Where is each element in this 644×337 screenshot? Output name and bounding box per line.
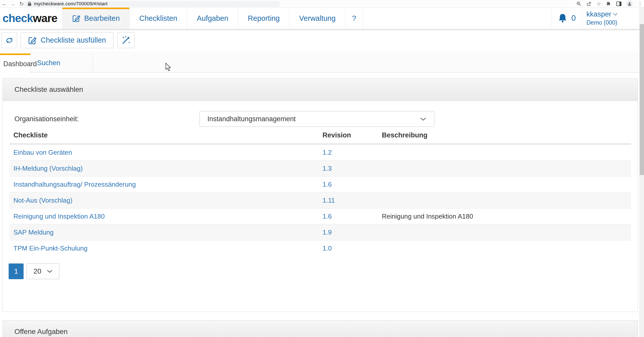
notification-count: 0 xyxy=(571,14,576,23)
refresh-button[interactable] xyxy=(1,32,17,48)
table-row: TPM Ein-Punkt-Schulung 1.0 xyxy=(9,240,631,256)
nav-item-label: ? xyxy=(352,14,356,23)
pagination: 1 20 xyxy=(9,263,59,279)
nav-item-aufgaben[interactable]: Aufgaben xyxy=(187,8,238,29)
logo-part-check: check xyxy=(3,12,33,25)
panel-title: Offene Aufgaben xyxy=(14,328,68,336)
org-unit-select[interactable]: Instandhaltungsmanagement xyxy=(200,111,434,127)
column-header-revision: Revision xyxy=(318,131,378,139)
nav-item-reporting[interactable]: Reporting xyxy=(238,8,289,29)
wizard-button[interactable] xyxy=(117,32,135,48)
nav-item-help[interactable]: ? xyxy=(345,8,363,29)
checklist-link[interactable]: Einbau von Geräten xyxy=(9,149,318,156)
bookmark-star-icon[interactable]: ☆ xyxy=(597,1,601,7)
tab-suchen[interactable]: Suchen xyxy=(31,54,93,73)
browser-bar: ← → ↻ mycheckware.com/700009/#/start ☆ xyxy=(0,0,644,8)
page-size-value: 20 xyxy=(33,267,41,275)
bell-icon xyxy=(558,13,567,23)
description-value: Reinigung und Inspektion A180 xyxy=(378,212,631,220)
action-toolbar: Checkliste ausfüllen xyxy=(0,29,644,51)
revision-value[interactable]: 1.11 xyxy=(318,197,378,204)
column-header-description: Beschreibung xyxy=(378,131,631,139)
zoom-icon[interactable] xyxy=(576,1,581,6)
chevron-down-icon xyxy=(47,270,52,273)
browser-back-icon[interactable]: ← xyxy=(0,0,9,8)
revision-value[interactable]: 1.6 xyxy=(318,181,378,188)
app-root: ← → ↻ mycheckware.com/700009/#/start ☆ xyxy=(0,0,644,337)
table-row: Not-Aus (Vorschlag) 1.11 xyxy=(9,192,631,208)
app-nav-bar: checkware Bearbeiten Checklisten Aufgabe… xyxy=(0,8,644,29)
page-button-1[interactable]: 1 xyxy=(9,263,24,279)
url-text: mycheckware.com/700009/#/start xyxy=(34,1,108,7)
fill-checklist-label: Checkliste ausfüllen xyxy=(41,36,106,44)
table-row: Instandhaltungsauftrag/ Prozessänderung … xyxy=(9,176,631,192)
checklist-link[interactable]: IH-Meldung (Vorschlag) xyxy=(9,165,318,172)
org-unit-row: Organisationseinheit: Instandhaltungsman… xyxy=(3,111,638,127)
nav-item-label: Reporting xyxy=(248,14,280,23)
page-size-select[interactable]: 20 xyxy=(27,263,59,279)
chevron-down-icon xyxy=(420,117,426,121)
nav-item-checklisten[interactable]: Checklisten xyxy=(129,8,187,29)
vertical-scrollbar[interactable] xyxy=(639,8,644,337)
checklist-table: Checkliste Revision Beschreibung Einbau … xyxy=(9,127,631,256)
tab-label: Suchen xyxy=(37,59,60,67)
revision-value[interactable]: 1.3 xyxy=(318,165,378,172)
browser-forward-icon[interactable]: → xyxy=(9,0,17,8)
revision-value[interactable]: 1.2 xyxy=(318,149,378,156)
checklist-link[interactable]: TPM Ein-Punkt-Schulung xyxy=(9,244,318,252)
table-header: Checkliste Revision Beschreibung xyxy=(9,127,631,144)
nav-item-bearbeiten[interactable]: Bearbeiten xyxy=(62,8,129,29)
panel-title: Checkliste auswählen xyxy=(14,85,83,94)
edit-pencil-icon xyxy=(28,36,37,45)
page-tab-strip: Dashboard Suchen xyxy=(0,51,644,73)
panel-header: Offene Aufgaben xyxy=(3,321,638,337)
nav-item-label: Checklisten xyxy=(139,14,177,23)
checklist-link[interactable]: Not-Aus (Vorschlag) xyxy=(9,197,318,204)
nav-right-section: 0 kkasper Demo (000) xyxy=(551,8,644,29)
org-unit-label: Organisationseinheit: xyxy=(14,115,79,123)
checklist-link[interactable]: SAP Meldung xyxy=(9,228,318,236)
org-unit-value: Instandhaltungsmanagement xyxy=(207,115,296,123)
table-row: Einbau von Geräten 1.2 xyxy=(9,144,631,160)
magic-wand-icon xyxy=(121,35,131,46)
checklist-link[interactable]: Instandhaltungsauftrag/ Prozessänderung xyxy=(9,181,318,188)
tab-dashboard[interactable]: Dashboard xyxy=(0,54,30,73)
user-menu[interactable]: kkasper Demo (000) xyxy=(582,8,644,29)
refresh-icon xyxy=(5,36,14,45)
revision-value[interactable]: 1.9 xyxy=(318,228,378,236)
revision-value[interactable]: 1.6 xyxy=(318,212,378,220)
browser-menu-dots-icon[interactable]: ⋮ xyxy=(638,1,642,7)
open-tasks-panel: Offene Aufgaben xyxy=(3,320,638,337)
nav-item-label: Bearbeiten xyxy=(84,14,120,23)
table-row: SAP Meldung 1.9 xyxy=(9,224,631,240)
nav-item-verwaltung[interactable]: Verwaltung xyxy=(289,8,345,29)
scrollbar-thumb[interactable] xyxy=(640,24,644,175)
notifications-cell[interactable]: 0 xyxy=(551,8,582,29)
column-header-checklist: Checkliste xyxy=(9,131,318,139)
edit-pencil-icon xyxy=(72,14,81,23)
lock-icon xyxy=(28,2,31,6)
mouse-cursor xyxy=(165,63,172,73)
address-bar[interactable]: mycheckware.com/700009/#/start xyxy=(24,1,280,7)
share-icon[interactable] xyxy=(586,1,592,6)
revision-value[interactable]: 1.0 xyxy=(318,244,378,252)
chevron-down-icon xyxy=(613,13,618,16)
select-checklist-panel: Checkliste auswählen Organisationseinhei… xyxy=(3,78,638,312)
user-org: Demo (000) xyxy=(586,19,644,26)
checklist-link[interactable]: Reinigung und Inspektion A180 xyxy=(9,212,318,220)
panel-header: Checkliste auswählen xyxy=(3,78,638,101)
nav-item-label: Verwaltung xyxy=(299,14,336,23)
table-row: IH-Meldung (Vorschlag) 1.3 xyxy=(9,160,631,176)
browser-toolbar-icons: ☆ ⋮ xyxy=(576,0,642,8)
fill-checklist-button[interactable]: Checkliste ausfüllen xyxy=(21,32,113,48)
logo-part-ware: ware xyxy=(33,12,57,25)
table-row: Reinigung und Inspektion A180 1.6 Reinig… xyxy=(9,208,631,224)
nav-item-label: Aufgaben xyxy=(197,14,228,23)
side-panel-icon[interactable] xyxy=(616,2,621,6)
browser-profile-avatar[interactable] xyxy=(627,1,633,7)
extensions-puzzle-icon[interactable] xyxy=(606,1,611,6)
user-name: kkasper xyxy=(586,10,611,18)
checkware-logo[interactable]: checkware xyxy=(0,8,62,29)
